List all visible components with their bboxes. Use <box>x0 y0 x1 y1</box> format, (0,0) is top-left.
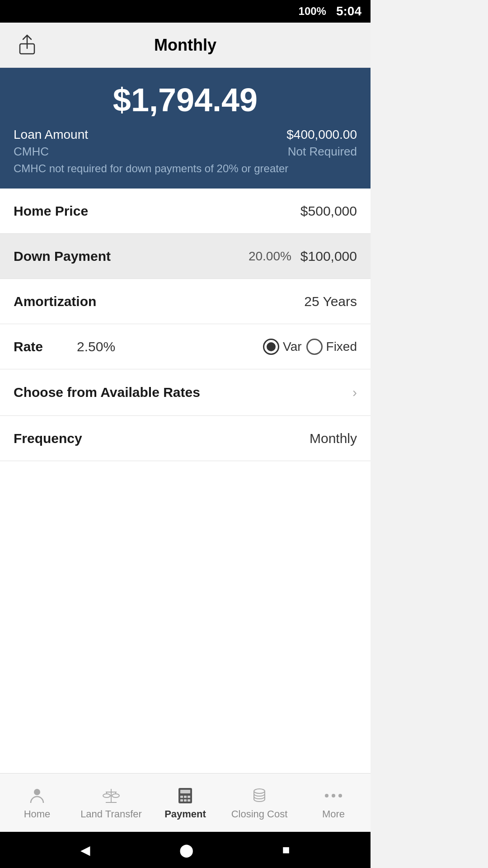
nav-home-label: Home <box>24 808 51 820</box>
loan-amount-label: Loan Amount <box>14 127 88 142</box>
home-price-value: $500,000 <box>300 203 357 219</box>
share-button[interactable] <box>14 32 41 59</box>
amortization-value: 25 Years <box>304 294 357 309</box>
recents-button[interactable]: ■ <box>282 843 290 857</box>
back-button[interactable]: ◀ <box>80 843 90 858</box>
monthly-payment-value: $1,794.49 <box>14 81 357 118</box>
down-payment-label: Down Payment <box>14 249 249 264</box>
cmhc-label: CMHC <box>14 145 49 159</box>
fixed-radio-circle[interactable] <box>306 339 323 355</box>
rate-row[interactable]: Rate 2.50% Var Fixed <box>0 324 371 369</box>
cmhc-row: CMHC Not Required <box>14 145 357 159</box>
svg-rect-18 <box>180 790 190 793</box>
home-price-row[interactable]: Home Price $500,000 <box>0 189 371 234</box>
var-radio-option[interactable]: Var <box>263 339 302 355</box>
svg-point-28 <box>338 794 342 797</box>
android-nav-bar: ◀ ⬤ ■ <box>0 832 371 868</box>
amortization-label: Amortization <box>14 294 304 309</box>
amortization-row[interactable]: Amortization 25 Years <box>0 279 371 324</box>
coins-icon <box>249 786 269 806</box>
home-price-label: Home Price <box>14 203 300 219</box>
var-radio-label: Var <box>283 340 302 354</box>
down-payment-row[interactable]: Down Payment 20.00% $100,000 <box>0 234 371 279</box>
cmhc-value: Not Required <box>288 145 357 159</box>
scale-icon <box>101 786 121 806</box>
down-payment-value: $100,000 <box>300 249 357 264</box>
app-header: Monthly <box>0 23 371 68</box>
nav-item-home[interactable]: Home <box>0 774 74 832</box>
nav-closing-cost-label: Closing Cost <box>231 808 288 820</box>
battery-percentage: 100% <box>299 5 326 18</box>
status-bar: 100% 5:04 <box>0 0 371 23</box>
rate-label: Rate <box>14 339 68 354</box>
down-payment-percent: 20.00% <box>249 249 291 264</box>
choose-rates-label: Choose from Available Rates <box>14 385 200 400</box>
var-radio-circle[interactable] <box>263 339 279 355</box>
svg-rect-22 <box>180 799 183 802</box>
svg-rect-20 <box>184 796 187 798</box>
nav-item-more[interactable]: More <box>296 774 371 832</box>
rate-value: 2.50% <box>68 339 263 354</box>
chevron-right-icon: › <box>352 385 357 400</box>
svg-rect-19 <box>180 796 183 798</box>
calculator-icon <box>175 786 195 806</box>
svg-point-13 <box>103 794 110 797</box>
content-area: Home Price $500,000 Down Payment 20.00% … <box>0 189 371 773</box>
cmhc-note: CMHC not required for down payments of 2… <box>14 162 357 175</box>
loan-amount-value: $400,000.00 <box>286 127 357 142</box>
more-dots-icon <box>324 786 343 806</box>
nav-item-closing-cost[interactable]: Closing Cost <box>222 774 296 832</box>
nav-land-transfer-label: Land Transfer <box>80 808 142 820</box>
svg-rect-23 <box>184 799 187 802</box>
status-time: 5:04 <box>336 4 361 19</box>
home-button[interactable]: ⬤ <box>179 843 193 858</box>
page-title: Monthly <box>41 36 330 55</box>
svg-rect-21 <box>188 796 190 798</box>
summary-panel: $1,794.49 Loan Amount $400,000.00 CMHC N… <box>0 68 371 189</box>
nav-item-land-transfer[interactable]: Land Transfer <box>74 774 148 832</box>
svg-point-9 <box>34 789 40 795</box>
nav-payment-label: Payment <box>164 808 206 820</box>
choose-rates-row[interactable]: Choose from Available Rates › <box>0 369 371 416</box>
svg-point-25 <box>254 789 265 793</box>
svg-point-14 <box>112 794 119 797</box>
frequency-label: Frequency <box>14 431 310 446</box>
frequency-row[interactable]: Frequency Monthly <box>0 416 371 461</box>
svg-rect-24 <box>188 799 190 802</box>
home-icon <box>27 786 47 806</box>
nav-more-label: More <box>322 808 345 820</box>
svg-point-27 <box>332 794 335 797</box>
fixed-radio-option[interactable]: Fixed <box>306 339 357 355</box>
fixed-radio-label: Fixed <box>326 340 357 354</box>
rate-options: Var Fixed <box>263 339 357 355</box>
nav-item-payment[interactable]: Payment <box>148 774 222 832</box>
loan-amount-row: Loan Amount $400,000.00 <box>14 127 357 142</box>
svg-point-26 <box>325 794 328 797</box>
frequency-value: Monthly <box>310 431 357 446</box>
bottom-navigation: Home Land Transfer <box>0 773 371 832</box>
